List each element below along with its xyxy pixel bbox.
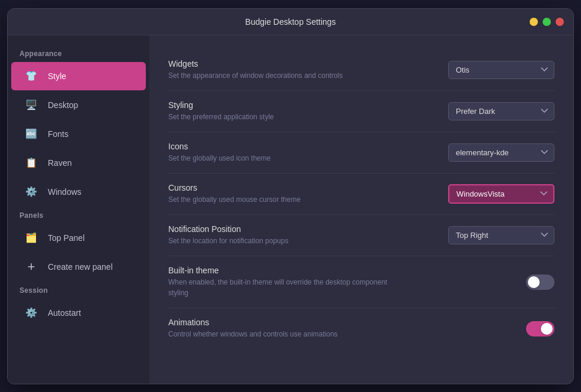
cursors-setting-row: Cursors Set the globally used mouse curs… [168,174,554,215]
icons-desc: Set the globally used icon theme [168,153,393,164]
main-content: Widgets Set the appearance of window dec… [149,35,573,384]
sidebar-item-create-panel[interactable]: + Create new panel [11,253,146,281]
sidebar-item-top-panel-label: Top Panel [48,233,84,243]
animations-title: Animations [168,318,512,327]
styling-control: Prefer Dark Light Dark [448,102,554,120]
app-window: Budgie Desktop Settings Appearance 👕 Sty… [7,8,574,384]
notification-position-info: Notification Position Set the location f… [168,224,448,246]
animations-info: Animations Control whether windows and c… [168,318,526,339]
widgets-setting-row: Widgets Set the appearance of window dec… [168,50,554,91]
icons-setting-row: Icons Set the globally used icon theme e… [168,132,554,174]
appearance-section-label: Appearance [8,45,149,61]
animations-control [526,321,554,337]
sidebar-item-autostart-label: Autostart [48,308,81,318]
icons-control: elementary-kde Papirus Numix Adwaita [448,143,554,162]
toggle-knob-animations [541,323,553,335]
sidebar-item-desktop-label: Desktop [48,100,78,110]
minimize-button[interactable] [530,18,538,26]
styling-desc: Set the preferred application style [168,112,393,122]
sidebar-item-style-label: Style [48,71,66,81]
builtin-theme-toggle[interactable] [526,275,554,290]
fonts-icon: 🔤 [23,126,40,142]
close-button[interactable] [556,18,564,26]
raven-icon: 📋 [23,155,40,171]
sidebar-item-raven-label: Raven [48,158,71,168]
window-controls [530,18,564,26]
sidebar-item-create-panel-label: Create new panel [48,262,113,272]
notification-position-dropdown[interactable]: Top Right Top Left Bottom Right Bottom L… [448,226,554,244]
cursors-desc: Set the globally used mouse cursor theme [168,194,393,205]
cursors-info: Cursors Set the globally used mouse curs… [168,183,448,205]
styling-info: Styling Set the preferred application st… [168,100,448,122]
animations-toggle[interactable] [526,321,554,337]
notification-position-title: Notification Position [168,224,434,234]
builtin-theme-desc: When enabled, the built-in theme will ov… [168,277,393,298]
widgets-desc: Set the appearance of window decorations… [168,70,393,81]
styling-title: Styling [168,100,434,110]
notification-position-setting-row: Notification Position Set the location f… [168,215,554,256]
cursors-control: WindowsVista DMZ-White Adwaita Breeze [448,184,554,204]
notification-position-control: Top Right Top Left Bottom Right Bottom L… [448,226,554,244]
builtin-theme-control [526,274,554,290]
autostart-icon: ⚙️ [23,305,40,321]
builtin-theme-info: Built-in theme When enabled, the built-i… [168,266,526,298]
session-section-label: Session [8,282,149,298]
content-area: Appearance 👕 Style 🖥️ Desktop 🔤 Fonts 📋 … [8,35,573,384]
sidebar-item-fonts[interactable]: 🔤 Fonts [11,120,146,148]
animations-desc: Control whether windows and controls use… [168,329,393,339]
windows-icon: ⚙️ [23,184,40,200]
icons-title: Icons [168,142,434,151]
widgets-dropdown[interactable]: Otis Adwaita Arc Numix [448,61,554,79]
icons-info: Icons Set the globally used icon theme [168,142,448,164]
sidebar: Appearance 👕 Style 🖥️ Desktop 🔤 Fonts 📋 … [8,35,149,384]
top-panel-icon: 🗂️ [23,230,40,246]
panels-section-label: Panels [8,207,149,223]
sidebar-item-raven[interactable]: 📋 Raven [11,149,146,177]
style-icon: 👕 [23,68,40,84]
animations-setting-row: Animations Control whether windows and c… [168,308,554,349]
sidebar-item-desktop[interactable]: 🖥️ Desktop [11,91,146,119]
sidebar-item-top-panel[interactable]: 🗂️ Top Panel [11,224,146,252]
desktop-icon: 🖥️ [23,97,40,113]
sidebar-item-windows-label: Windows [48,187,81,197]
window-title: Budgie Desktop Settings [245,17,335,27]
sidebar-item-windows[interactable]: ⚙️ Windows [11,178,146,206]
sidebar-item-style[interactable]: 👕 Style [11,62,146,90]
maximize-button[interactable] [543,18,551,26]
titlebar: Budgie Desktop Settings [8,9,573,35]
sidebar-item-autostart[interactable]: ⚙️ Autostart [11,299,146,327]
widgets-control: Otis Adwaita Arc Numix [448,61,554,79]
cursors-dropdown[interactable]: WindowsVista DMZ-White Adwaita Breeze [448,184,554,204]
builtin-theme-title: Built-in theme [168,266,512,275]
icons-dropdown[interactable]: elementary-kde Papirus Numix Adwaita [448,143,554,162]
widgets-info: Widgets Set the appearance of window dec… [168,59,448,81]
styling-setting-row: Styling Set the preferred application st… [168,91,554,132]
cursors-title: Cursors [168,183,434,192]
builtin-theme-setting-row: Built-in theme When enabled, the built-i… [168,256,554,308]
sidebar-item-fonts-label: Fonts [48,129,68,139]
notification-position-desc: Set the location for notification popups [168,236,393,246]
toggle-knob [528,276,540,288]
styling-dropdown[interactable]: Prefer Dark Light Dark [448,102,554,120]
widgets-title: Widgets [168,59,434,68]
create-panel-icon: + [23,259,40,275]
